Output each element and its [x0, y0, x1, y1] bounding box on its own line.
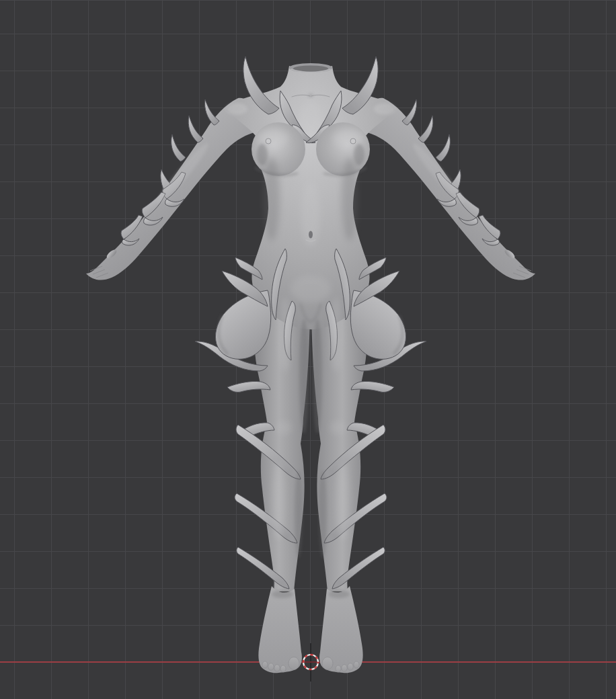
neck-stump [289, 63, 332, 73]
viewport-3d[interactable] [0, 0, 616, 699]
cursor-3d[interactable] [302, 643, 319, 682]
scene-canvas[interactable] [0, 0, 616, 699]
navel [309, 231, 313, 239]
sculpt-model[interactable] [86, 56, 535, 673]
